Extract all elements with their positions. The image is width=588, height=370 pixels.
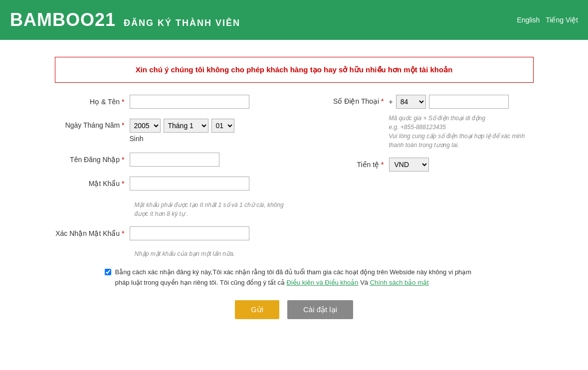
dob-selects: 1950195119521953195419551956195719581959… [130, 119, 234, 133]
currency-required-star: * [381, 161, 384, 169]
reset-button[interactable]: Cài đặt lại [287, 300, 353, 319]
phone-hint-line2: e.g. +855-888123435 [389, 123, 539, 132]
day-select[interactable]: 0102030405060708091011121314151617181920… [211, 119, 234, 133]
language-switcher: English Tiếng Việt [517, 16, 578, 24]
dob-fields: 1950195119521953195419551956195719581959… [130, 119, 234, 143]
phone-number-input[interactable] [429, 95, 509, 109]
username-label: Tên Đăng Nhập * [50, 156, 130, 164]
phone-hint-line1: Mã quốc gia + Số điện thoại di động [389, 114, 539, 123]
username-input[interactable] [130, 153, 219, 167]
fullname-row: Họ & Tên * [50, 95, 284, 109]
month-select[interactable]: Tháng 1Tháng 2Tháng 3Tháng 4Tháng 5Tháng… [164, 119, 208, 133]
form-left-column: Họ & Tên * Ngày Tháng Năm * 195019511952… [50, 95, 284, 257]
form-columns: Họ & Tên * Ngày Tháng Năm * 195019511952… [50, 95, 539, 257]
confirm-password-label: Xác Nhận Mật Khẩu * [50, 229, 130, 237]
dob-row: Ngày Tháng Năm * 19501951195219531954195… [50, 119, 284, 143]
sinh-label: Sinh [130, 135, 234, 143]
phone-plus: + [389, 98, 393, 106]
notice-text: Xin chú ý chúng tôi không cho phép khách… [136, 65, 453, 74]
page-title: ĐĂNG KÝ THÀNH VIÊN [124, 18, 240, 28]
fullname-label: Họ & Tên * [50, 98, 130, 106]
confirm-required-star: * [122, 229, 124, 237]
dob-required-star: * [122, 121, 124, 129]
username-row: Tên Đăng Nhập * [50, 153, 284, 167]
agreement-checkbox[interactable] [105, 268, 111, 276]
header-branding: BAMBOO21 ĐĂNG KÝ THÀNH VIÊN [10, 9, 240, 30]
password-row: Mật Khẩu * [50, 177, 284, 190]
phone-fields: + 841446685560656186818291626366886 [389, 95, 509, 109]
currency-select[interactable]: VNDUSDEURTHB [389, 158, 429, 172]
password-required-star: * [122, 180, 124, 187]
site-header: BAMBOO21 ĐĂNG KÝ THÀNH VIÊN English Tiến… [0, 0, 588, 40]
phone-required-star: * [381, 97, 384, 105]
agreement-text: Bằng cách xác nhận đăng ký này,Tôi xác n… [115, 267, 484, 288]
password-hint: Mật khẩu phải được tạo ít nhất 1 số và 1… [135, 200, 284, 218]
phone-row: Số Điện Thoại * + 8414466855606561868182… [304, 95, 539, 109]
site-logo: BAMBOO21 [10, 9, 116, 30]
button-row: Gửi Cài đặt lại [50, 300, 539, 319]
dob-label: Ngày Tháng Năm * [50, 119, 130, 129]
password-label: Mật Khẩu * [50, 180, 130, 187]
username-required-star: * [122, 156, 124, 164]
fullname-input[interactable] [130, 95, 249, 109]
fullname-required-star: * [122, 98, 124, 106]
form-right-column: Số Điện Thoại * + 8414466855606561868182… [304, 95, 539, 257]
phone-hint: Mã quốc gia + Số điện thoại di động e.g.… [389, 114, 539, 150]
confirm-hint: Nhập mật khẩu của bạn một lần nữa. [135, 250, 284, 257]
notice-box: Xin chú ý chúng tôi không cho phép khách… [55, 57, 534, 83]
phone-inputs: + 841446685560656186818291626366886 [389, 95, 509, 109]
phone-label: Số Điện Thoại * [304, 95, 389, 105]
privacy-link[interactable]: Chính sách bảo mật [370, 279, 429, 286]
lang-english[interactable]: English [517, 16, 540, 24]
registration-form-container: Xin chú ý chúng tôi không cho phép khách… [30, 40, 559, 339]
agreement-section: Bằng cách xác nhận đăng ký này,Tôi xác n… [105, 267, 484, 288]
submit-button[interactable]: Gửi [235, 300, 279, 319]
terms-link[interactable]: Điều kiện và Điều khoản [287, 279, 359, 286]
currency-row: Tiền tệ * VNDUSDEURTHB [304, 158, 539, 172]
lang-vietnamese[interactable]: Tiếng Việt [546, 16, 578, 24]
password-input[interactable] [130, 177, 249, 190]
currency-label: Tiền tệ * [304, 161, 389, 169]
year-select[interactable]: 1950195119521953195419551956195719581959… [130, 119, 161, 133]
phone-code-select[interactable]: 841446685560656186818291626366886 [396, 95, 426, 109]
phone-hint-line3: Vui lòng cung cấp số điện thoại hợp lệ đ… [389, 132, 539, 150]
confirm-password-input[interactable] [130, 226, 249, 240]
confirm-password-row: Xác Nhận Mật Khẩu * [50, 226, 284, 240]
